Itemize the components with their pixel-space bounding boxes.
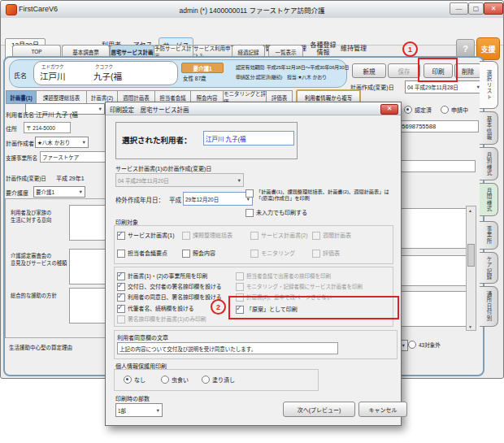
office-input[interactable]: ファーストケア — [40, 151, 111, 163]
care-level-badge: 要介護1 — [181, 63, 224, 73]
selected-user-label: 選択された利用者： — [122, 134, 192, 145]
privacy-none-radio[interactable]: なし — [124, 376, 146, 384]
vtab-basic-info[interactable]: 基本情報 — [480, 111, 498, 145]
opinion-label: 介護認定審査会の 意見及びサービスの種類 — [11, 252, 67, 267]
maximize-button[interactable]: ▢ — [468, 2, 484, 15]
vtab-visit-date[interactable]: 通所日付別 — [480, 286, 498, 327]
checkbox-icon — [236, 272, 244, 280]
author-dropdown[interactable]: ★八木 かおり▼ — [35, 137, 89, 148]
vertical-scrollbar[interactable]: ▲ ▼ — [466, 206, 476, 331]
checkbox-draft-date[interactable]: 「計画書(1)、課題整理総括表、計画書(2)、週間計画表」は「(原案)作成日」を… — [245, 189, 393, 202]
selected-user-input[interactable]: 江戸川 九子(福 — [203, 131, 294, 145]
annotation-circle-2: 2 — [211, 299, 226, 315]
name-label: 氏名 — [14, 71, 27, 80]
minimize-button[interactable]: — — [450, 2, 468, 15]
option-label: モニタリング・記録者欄にサービス計画者を印刷 — [246, 282, 363, 290]
chevron-down-icon: ▼ — [237, 178, 241, 183]
address-input[interactable]: 〒 214-5000 — [24, 122, 71, 133]
target-label: 担当者会議要点 — [128, 249, 167, 257]
vtab-monthly-form-2[interactable]: 月間様式 — [480, 183, 498, 216]
patient-last-name: 江戸川 — [40, 70, 66, 82]
checkbox-attendee-seal: 担当者会議で出席者の捺印欄を印刷 — [236, 271, 331, 280]
checkbox-icon — [245, 209, 254, 217]
chevron-down-icon: ▼ — [79, 189, 83, 194]
vtab-office[interactable]: 事業所 — [480, 221, 498, 250]
window-titlebar: FirstCareV6 admin (*) 1400000011 ファーストケア… — [1, 1, 503, 19]
target-label: サービス計画書(2) — [261, 231, 308, 239]
address-label: 住所 — [6, 124, 17, 132]
scrollbar-thumb[interactable] — [467, 244, 475, 267]
author-value: ★八木 かおり — [37, 138, 70, 146]
right-text-input[interactable] — [394, 160, 476, 172]
certified-radio[interactable]: 認定済 — [404, 106, 432, 114]
chevron-down-icon: ▼ — [402, 343, 406, 348]
chevron-down-icon: ▼ — [156, 408, 160, 413]
dialog-close-icon[interactable]: ✕ — [380, 104, 398, 115]
privacy-nuritsubushi-radio[interactable]: 塗り潰し — [202, 376, 235, 384]
delete-button[interactable]: 削除 — [454, 63, 481, 78]
option-label: 担当者会議で出席者の捺印欄を印刷 — [246, 271, 331, 280]
applying-radio[interactable]: 申請中 — [441, 106, 468, 114]
checkbox-icon — [117, 315, 125, 324]
checkbox-proxy-name[interactable]: 代筆者名、続柄欄を設ける — [117, 304, 194, 313]
policy-label: 総合的な援助の方針 — [11, 292, 57, 299]
care-level-dropdown[interactable]: 要介護1▼ — [33, 186, 85, 198]
vtab-monthly-form-1[interactable]: 月別様式 — [480, 147, 498, 180]
checkbox-print-blank[interactable]: 未入力でも印刷する — [245, 208, 307, 217]
radio-icon — [161, 376, 169, 384]
next-preview-button[interactable]: 次へ(プレビュー) — [283, 402, 355, 417]
exempt-radio[interactable]: 43対象外 — [408, 341, 441, 349]
target-label: サービス計画書(1) — [128, 231, 175, 239]
dialog-titlebar: 印刷設定 居宅サービス計画 ✕ — [106, 102, 401, 115]
checkbox-issue-signature[interactable]: 交付日、交付者の署名捺印欄を設ける — [117, 282, 222, 291]
right-box-1[interactable] — [394, 208, 469, 249]
modal-plan-date-dropdown: 04 平成29年11月20日▼ — [115, 173, 244, 187]
outside-date-era: 平成 — [169, 195, 181, 204]
right-box-2[interactable] — [394, 255, 469, 286]
help-button[interactable]: ? — [456, 39, 475, 58]
checkbox-service-plan1[interactable]: サービス計画書(1) — [117, 231, 175, 240]
cert-period: 認定有効期間: 平成25年12月18日～平成30年06月30日 — [236, 63, 349, 71]
scroll-up-icon[interactable]: ▲ — [467, 206, 474, 214]
subtab-plan1[interactable]: 計画書(1) — [6, 90, 37, 104]
checkbox-signature-plan1-only: 署名捺印欄を計画書(1)のみ印刷 — [117, 315, 206, 324]
privacy-nuritsubushi-label: 塗り潰し — [212, 376, 235, 384]
application-line: 申請区分:認定済(継続) 担当:★八木 かおり — [236, 73, 327, 80]
checkbox-icon — [245, 189, 254, 198]
save-button[interactable]: 保存 — [388, 63, 420, 78]
consent-input[interactable]: 上記の内容について交付及び説明を受け同意いたします。 — [117, 342, 338, 354]
vtab-select-list[interactable]: 選択リスト — [480, 61, 498, 109]
checkbox-icon — [117, 232, 125, 240]
outside-date-label: 枠外作成年月日： — [115, 195, 164, 204]
checkbox-icon — [117, 250, 125, 258]
checkbox-icon — [117, 305, 125, 313]
consent-label: 利用者同意欄の文章 — [117, 333, 168, 341]
applying-label: 申請中 — [451, 106, 468, 114]
right-box-3[interactable] — [394, 291, 469, 327]
vtab-care-record[interactable]: ケア記録 — [480, 252, 498, 284]
checkbox-office-print[interactable]: 計画書(1)・(2)の事業所用を印刷 — [117, 271, 207, 280]
checkbox-icon — [236, 283, 244, 291]
checkbox-consent-signature[interactable]: 利用者の同意日、署名捺印欄を設ける — [117, 293, 222, 302]
close-button[interactable]: ✕ — [484, 2, 503, 15]
new-button[interactable]: 新規 — [352, 63, 386, 78]
option-label: 代筆者名、続柄欄を設ける — [128, 304, 194, 312]
target-label: 照会内容 — [193, 249, 215, 257]
subtab-issue-summary[interactable]: 課題整理総括表 — [36, 90, 87, 104]
checkbox-inquiry[interactable]: 照会内容 — [182, 249, 215, 258]
insurance-number-input[interactable]: 855698755588 — [393, 120, 479, 132]
plan-date-dropdown[interactable]: 04 平成29年11月28日▼ — [405, 80, 483, 93]
outside-date-dropdown[interactable]: 29年12月20日▼ — [183, 192, 253, 206]
checkbox-staff-meeting[interactable]: 担当者会議要点 — [117, 249, 167, 258]
cancel-button[interactable]: キャンセル — [358, 402, 407, 417]
privacy-mushikui-radio[interactable]: 虫食い — [161, 376, 189, 384]
scroll-down-icon[interactable]: ▼ — [467, 323, 474, 330]
copies-dropdown[interactable]: 1部▼ — [115, 403, 163, 417]
author-label: 計画作成者 — [6, 139, 34, 147]
dialog-title: 印刷設定 居宅サービス計画 — [110, 105, 189, 114]
print-blank-label: 未入力でも印刷する — [256, 208, 307, 216]
plan-date-value: 04 平成29年11月28日 — [407, 83, 458, 91]
annotation-box-print — [418, 58, 458, 82]
checkbox-weekly-plan: 週間計画表 — [312, 231, 351, 240]
outside-date-value: 29年12月20日 — [185, 195, 219, 203]
